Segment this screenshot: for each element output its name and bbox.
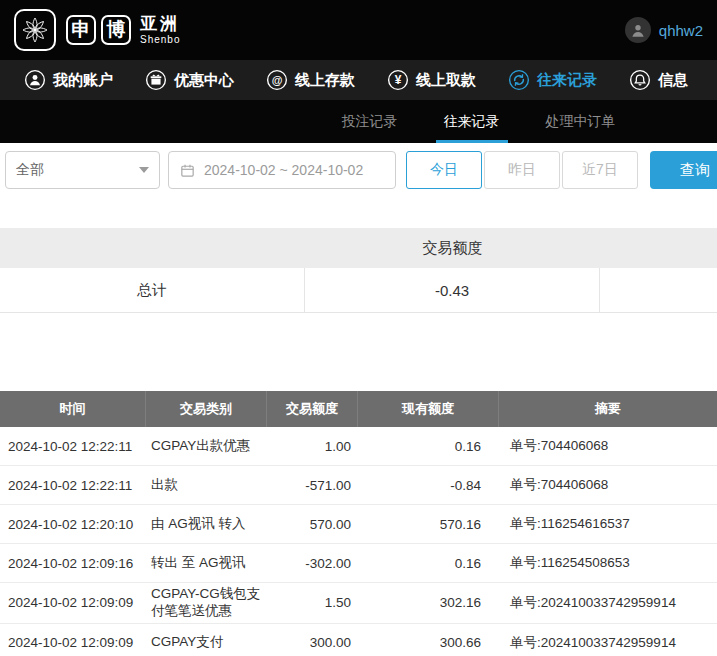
- chevron-down-icon: [139, 167, 149, 173]
- user-area: qhhw2: [625, 17, 703, 43]
- tx-time: 2024-10-02 12:09:09: [0, 635, 145, 650]
- svg-text:¥: ¥: [395, 73, 402, 87]
- type-select-value: 全部: [16, 161, 44, 179]
- tx-amount: 1.00: [266, 439, 357, 454]
- calendar-icon: [179, 162, 196, 179]
- brand-char-shen: 申: [66, 15, 96, 45]
- tx-time: 2024-10-02 12:22:11: [0, 478, 145, 493]
- svg-text:@: @: [272, 74, 283, 86]
- tx-amount: -571.00: [266, 478, 357, 493]
- tx-summary: 单号:704406068: [498, 476, 717, 494]
- brand-region-label: 亚洲: [140, 15, 180, 34]
- nav-item-transaction-records[interactable]: 往来记录: [508, 69, 597, 91]
- tx-amount: -302.00: [266, 556, 357, 571]
- table-row: 2024-10-02 12:09:09 CGPAY支付 300.00 300.6…: [0, 624, 717, 656]
- summary-total-label: 总计: [0, 268, 305, 312]
- record-tabs: 投注记录 往来记录 处理中订单: [0, 100, 717, 143]
- summary-header-row: 交易额度: [0, 228, 717, 268]
- nav-item-my-account[interactable]: 我的账户: [24, 69, 113, 91]
- user-avatar-icon[interactable]: [625, 17, 651, 43]
- tx-type: 由 AG视讯 转入: [145, 513, 266, 536]
- gift-icon: [145, 69, 167, 91]
- summary-total-row: 总计 -0.43: [0, 268, 717, 313]
- col-type: 交易类别: [145, 391, 266, 427]
- col-time: 时间: [0, 391, 145, 427]
- tx-type: 转出 至 AG视讯: [145, 552, 266, 575]
- tx-summary: 单号:202410033742959914: [498, 594, 717, 612]
- tx-summary: 单号:116254508653: [498, 554, 717, 572]
- tx-time: 2024-10-02 12:09:09: [0, 595, 145, 610]
- tx-balance: 302.16: [357, 595, 498, 610]
- query-button[interactable]: 查询: [650, 151, 717, 189]
- date-range-value: 2024-10-02 ~ 2024-10-02: [204, 162, 363, 178]
- tx-amount: 300.00: [266, 635, 357, 650]
- summary-header-label: 交易额度: [305, 239, 600, 258]
- last7days-button[interactable]: 近7日: [562, 151, 638, 189]
- summary-total-value: -0.43: [305, 268, 600, 312]
- date-range-input[interactable]: 2024-10-02 ~ 2024-10-02: [168, 151, 396, 189]
- page: 申 博 亚洲 Shenbo qhhw2 我的: [0, 0, 717, 656]
- nav-label: 往来记录: [537, 71, 597, 90]
- brand-en-label: Shenbo: [140, 34, 180, 45]
- type-select[interactable]: 全部: [5, 151, 160, 189]
- table-row: 2024-10-02 12:20:10 由 AG视讯 转入 570.00 570…: [0, 505, 717, 544]
- tx-balance: 570.16: [357, 517, 498, 532]
- username[interactable]: qhhw2: [659, 22, 703, 39]
- transactions-table: 时间 交易类别 交易额度 现有额度 摘要 2024-10-02 12:22:11…: [0, 391, 717, 656]
- tx-balance: 0.16: [357, 439, 498, 454]
- nav-label: 我的账户: [53, 71, 113, 90]
- withdraw-yen-icon: ¥: [387, 69, 409, 91]
- tx-balance: -0.84: [357, 478, 498, 493]
- summary-table: 交易额度 总计 -0.43: [0, 228, 717, 313]
- col-balance: 现有额度: [357, 391, 498, 427]
- tx-type: 出款: [145, 474, 266, 497]
- today-button[interactable]: 今日: [406, 151, 482, 189]
- nav-item-online-withdraw[interactable]: ¥ 线上取款: [387, 69, 476, 91]
- transactions-header-row: 时间 交易类别 交易额度 现有额度 摘要: [0, 391, 717, 427]
- deposit-at-icon: @: [266, 69, 288, 91]
- table-row: 2024-10-02 12:22:11 CGPAY出款优惠 1.00 0.16 …: [0, 427, 717, 466]
- tx-balance: 0.16: [357, 556, 498, 571]
- brand-char-bo: 博: [101, 15, 131, 45]
- user-icon: [24, 69, 46, 91]
- tab-processing-orders[interactable]: 处理中订单: [532, 100, 630, 143]
- nav-label: 信息: [658, 71, 688, 90]
- tab-transaction-records[interactable]: 往来记录: [430, 100, 514, 143]
- tx-type: CGPAY-CG钱包支付笔笔送优惠: [145, 583, 266, 623]
- tx-time: 2024-10-02 12:22:11: [0, 439, 145, 454]
- tx-time: 2024-10-02 12:20:10: [0, 517, 145, 532]
- nav-item-promotions[interactable]: 优惠中心: [145, 69, 234, 91]
- tx-summary: 单号:704406068: [498, 437, 717, 455]
- bell-icon: [629, 69, 651, 91]
- tx-summary: 单号:116254616537: [498, 515, 717, 533]
- col-summary: 摘要: [498, 391, 717, 427]
- tx-time: 2024-10-02 12:09:16: [0, 556, 145, 571]
- tab-betting-records[interactable]: 投注记录: [328, 100, 412, 143]
- tx-balance: 300.66: [357, 635, 498, 650]
- summary-empty-cell: [600, 268, 717, 312]
- tx-type: CGPAY支付: [145, 631, 266, 654]
- tx-summary: 单号:202410033742959914: [498, 634, 717, 652]
- tx-amount: 1.50: [266, 595, 357, 610]
- main-nav: 我的账户 优惠中心 @ 线上存款 ¥ 线上取款: [0, 60, 717, 100]
- table-row: 2024-10-02 12:22:11 出款 -571.00 -0.84 单号:…: [0, 466, 717, 505]
- top-header: 申 博 亚洲 Shenbo qhhw2: [0, 0, 717, 60]
- nav-label: 线上存款: [295, 71, 355, 90]
- table-row: 2024-10-02 12:09:16 转出 至 AG视讯 -302.00 0.…: [0, 544, 717, 583]
- lotus-logo-icon: [14, 9, 56, 51]
- nav-label: 线上取款: [416, 71, 476, 90]
- brand-logo[interactable]: 申 博 亚洲 Shenbo: [14, 9, 180, 51]
- yesterday-button[interactable]: 昨日: [484, 151, 560, 189]
- filter-bar: 全部 2024-10-02 ~ 2024-10-02 今日 昨日 近7日 查询: [0, 143, 717, 198]
- tx-type: CGPAY出款优惠: [145, 435, 266, 458]
- nav-item-online-deposit[interactable]: @ 线上存款: [266, 69, 355, 91]
- transfer-arrows-icon: [508, 69, 530, 91]
- nav-item-messages[interactable]: 信息: [629, 69, 688, 91]
- nav-label: 优惠中心: [174, 71, 234, 90]
- tx-amount: 570.00: [266, 517, 357, 532]
- col-amount: 交易额度: [266, 391, 357, 427]
- table-row: 2024-10-02 12:09:09 CGPAY-CG钱包支付笔笔送优惠 1.…: [0, 583, 717, 624]
